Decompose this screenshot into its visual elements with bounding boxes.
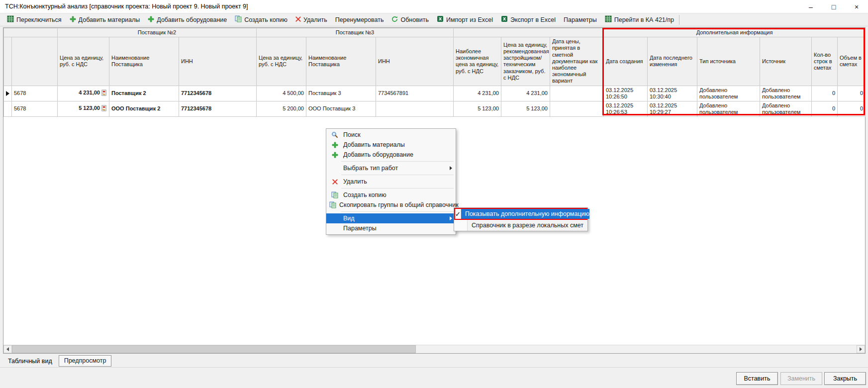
cell-price-date[interactable] [550, 101, 604, 116]
menu-item-add-equipment[interactable]: Добавить оборудование [326, 150, 456, 160]
toolbar-goto-ka-button[interactable]: Перейти в КА 421/пр [601, 14, 678, 26]
table-row[interactable]: 5678 5 123,00 ООО Поставщик 2 7712345678… [4, 101, 866, 116]
column-header-s3-price[interactable]: Цена за единицу, руб. с НДС [257, 37, 306, 86]
toolbar-delete-button[interactable]: Удалить [291, 14, 331, 26]
close-button[interactable]: × [845, 0, 868, 13]
scroll-right-button[interactable] [857, 345, 865, 353]
column-header-s3-name[interactable]: Наименование Поставщика [306, 37, 376, 86]
cell-code[interactable]: 5678 [12, 86, 58, 101]
cell-rows-count[interactable]: 0 [812, 86, 838, 101]
cell-s2-price[interactable]: 4 231,00 [58, 86, 109, 101]
column-header-created[interactable]: Дата создания [604, 37, 648, 86]
toolbar-switch-button[interactable]: Переключиться [3, 14, 66, 26]
submenu-item-label: Показывать дополнительную информацию [461, 209, 589, 219]
cell-s3-name[interactable]: Поставщик 3 [306, 86, 376, 101]
column-header-price-date[interactable]: Дата цены, принятая в сметной документац… [550, 37, 604, 86]
delete-icon [329, 179, 340, 185]
cell-s3-price[interactable]: 5 200,00 [257, 101, 306, 116]
column-header-modified[interactable]: Дата последнего изменения [648, 37, 697, 86]
column-header-s2-price[interactable]: Цена за единицу, руб. с НДС [58, 37, 109, 86]
cell-best-price[interactable]: 5 123,00 [454, 101, 501, 116]
cell-rows-count[interactable]: 0 [812, 101, 838, 116]
column-header-s2-inn[interactable]: ИНН [179, 37, 257, 86]
cell-created[interactable]: 03.12.2025 10:26:50 [604, 86, 648, 101]
cell-s2-inn[interactable]: 7712345678 [179, 86, 257, 101]
cell-modified[interactable]: 03.12.2025 10:30:40 [648, 86, 697, 101]
horizontal-scrollbar[interactable] [3, 345, 865, 353]
toolbar-create-copy-button[interactable]: Создать копию [231, 14, 291, 26]
cell-source-type[interactable]: Добавлено пользователем [697, 86, 760, 101]
menu-item-label: Добавить оборудование [343, 151, 413, 158]
submenu-item-directory-by-estimates[interactable]: Справочник в разрезе локальных смет [454, 220, 587, 231]
column-header-s2-name[interactable]: Наименование Поставщика [109, 37, 179, 86]
ka-icon [605, 15, 612, 24]
column-header-source-type[interactable]: Тип источника [697, 37, 760, 86]
cell-s3-name[interactable]: ООО Поставщик 3 [306, 101, 376, 116]
cell-s2-inn[interactable]: 7712345678 [179, 101, 257, 116]
cell-source-type[interactable]: Добавлено пользователем [697, 101, 760, 116]
insert-button[interactable]: Вставить [736, 372, 778, 385]
menu-separator [341, 175, 454, 175]
cell-source[interactable]: Добавлено пользователем [760, 101, 812, 116]
toolbar-renumber-button[interactable]: Перенумеровать [331, 14, 388, 26]
scrollbar-thumb[interactable] [12, 345, 416, 353]
context-menu: Поиск Добавить материалы Добавить оборуд… [326, 128, 456, 235]
column-header-code[interactable] [12, 37, 58, 86]
row-indicator [4, 86, 12, 101]
cell-recommended-price[interactable]: 4 231,00 [501, 86, 550, 101]
suppliers-table: Поставщик №2 Поставщик №3 Дополнительная… [3, 28, 866, 117]
menu-item-select-work-type[interactable]: Выбрать тип работ [326, 163, 456, 173]
cell-s2-name[interactable]: ООО Поставщик 2 [109, 101, 179, 116]
column-header-volume[interactable]: Объем в сметах [838, 37, 866, 86]
menu-item-copy-groups[interactable]: Скопировать группы в общий справочник [326, 200, 456, 210]
cell-price-date[interactable] [550, 86, 604, 101]
column-header-best-price[interactable]: Наиболее экономичная цена за единицу, ру… [454, 37, 501, 86]
cell-s2-price[interactable]: 5 123,00 [58, 101, 109, 116]
scroll-left-button[interactable] [3, 345, 12, 353]
column-header-rows-count[interactable]: Кол-во строк в сметах [812, 37, 838, 86]
menu-item-label: Поиск [343, 131, 361, 138]
cell-s3-inn[interactable] [376, 101, 454, 116]
cell-best-price[interactable]: 4 231,00 [454, 86, 501, 101]
toolbar-add-equipment-button[interactable]: Добавить оборудование [144, 14, 231, 26]
maximize-button[interactable]: □ [822, 0, 845, 13]
toolbar-import-excel-button[interactable]: Импорт из Excel [433, 14, 497, 26]
view-submenu: ✓ Показывать дополнительную информацию С… [454, 207, 588, 231]
column-header-source[interactable]: Источник [760, 37, 812, 86]
toolbar-add-materials-button[interactable]: Добавить материалы [66, 14, 144, 26]
cell-modified[interactable]: 03.12.2025 10:29:27 [648, 101, 697, 116]
menu-item-view[interactable]: Вид [326, 213, 456, 223]
cell-volume[interactable]: 0 [838, 101, 866, 116]
cell-s3-price[interactable]: 4 500,00 [257, 86, 306, 101]
cell-source[interactable]: Добавлено пользователем [760, 86, 812, 101]
cell-volume[interactable]: 0 [838, 86, 866, 101]
toolbar-label: Импорт из Excel [446, 16, 493, 23]
cell-created[interactable]: 03.12.2025 10:26:53 [604, 101, 648, 116]
column-header-recommended-price[interactable]: Цена за единицу, рекомендованная застрой… [501, 37, 550, 86]
minimize-button[interactable]: – [799, 0, 822, 13]
cell-recommended-price[interactable]: 5 123,00 [501, 101, 550, 116]
menu-item-search[interactable]: Поиск [326, 130, 456, 140]
price-edit-icon[interactable] [101, 90, 107, 97]
toolbar-parameters-button[interactable]: Параметры [560, 14, 601, 26]
price-edit-icon[interactable] [101, 105, 107, 113]
cell-code[interactable]: 5678 [12, 101, 58, 116]
tab-preview[interactable]: Предпросмотр [59, 355, 112, 367]
cell-s3-inn[interactable]: 7734567891 [376, 86, 454, 101]
toolbar-label: Параметры [564, 16, 597, 23]
menu-item-parameters[interactable]: Параметры [326, 223, 456, 233]
toolbar-refresh-button[interactable]: Обновить [387, 14, 433, 26]
column-header-s3-inn[interactable]: ИНН [376, 37, 454, 86]
group-header-additional-info: Дополнительная информация [604, 28, 866, 37]
refresh-icon [391, 16, 398, 24]
menu-item-delete[interactable]: Удалить [326, 177, 456, 187]
submenu-item-show-additional-info[interactable]: ✓ Показывать дополнительную информацию [454, 208, 587, 220]
tab-table-view[interactable]: Табличный вид [3, 356, 57, 367]
menu-item-create-copy[interactable]: Создать копию [326, 190, 456, 200]
menu-item-add-materials[interactable]: Добавить материалы [326, 140, 456, 150]
table-row[interactable]: 5678 4 231,00 Поставщик 2 7712345678 4 5… [4, 86, 866, 101]
close-dialog-button[interactable]: Закрыть [824, 372, 866, 385]
menu-separator [341, 211, 454, 212]
toolbar-export-excel-button[interactable]: Экспорт в Excel [497, 14, 560, 26]
cell-s2-name[interactable]: Поставщик 2 [109, 86, 179, 101]
